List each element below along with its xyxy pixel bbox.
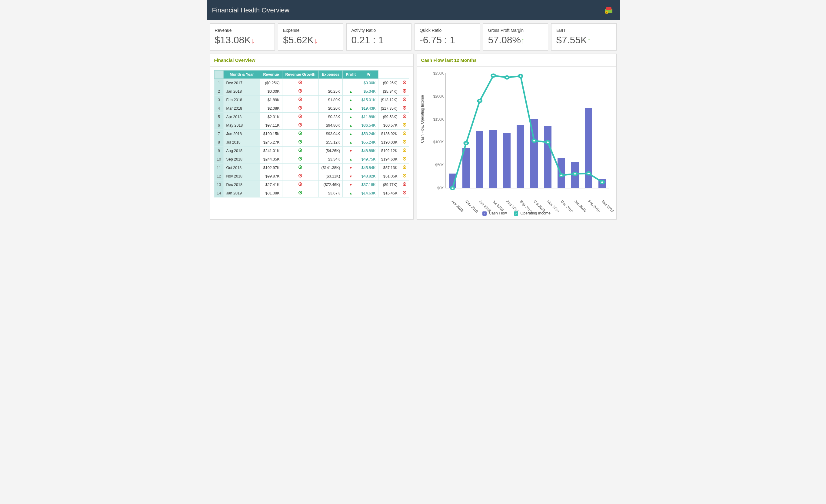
chart-line-point[interactable] xyxy=(491,74,495,77)
page-title: Financial Health Overview xyxy=(212,6,290,14)
cell-profit-indicator xyxy=(400,113,409,121)
col-header[interactable]: Revenue Growth xyxy=(282,71,318,79)
chart-line-point[interactable] xyxy=(587,172,591,175)
table-row[interactable]: 8Jul 2018$245.27K$55.12K▲$55.24K$190.03K xyxy=(214,138,409,146)
cell-revenue-indicator xyxy=(282,172,318,181)
row-number: 7 xyxy=(214,130,224,138)
table-row[interactable]: 9Aug 2018$241.01K($4.26K)▼$48.89K$192.12… xyxy=(214,146,409,155)
table-row[interactable]: 4Mar 2018$2.08K$0.20K▲$19.43K($17.35K) xyxy=(214,104,409,113)
cash-flow-chart[interactable]: Cash Flow, Operating Income $0K$50K$100K… xyxy=(421,70,612,216)
row-number: 11 xyxy=(214,164,224,172)
table-row[interactable]: 2Jan 2018$0.00K$0.25K▲$5.34K($5.34K) xyxy=(214,87,409,96)
cell-profit-indicator xyxy=(400,79,409,87)
cell-profit: $192.12K xyxy=(378,146,400,155)
cell-expenses: $48.82K xyxy=(359,172,378,181)
kpi-card[interactable]: Gross Proft Margin57.08%↑ xyxy=(483,23,548,51)
cell-expenses: $14.63K xyxy=(359,189,378,197)
cell-revenue: $190.15K xyxy=(260,130,282,138)
cell-expenses: $19.43K xyxy=(359,104,378,113)
trend-up-icon: ▲ xyxy=(349,191,352,195)
col-header[interactable]: Pr xyxy=(359,71,378,79)
trend-up-icon: ▲ xyxy=(349,98,352,102)
cell-revenue-indicator xyxy=(282,146,318,155)
table-row[interactable]: 3Feb 2018$1.89K$1.89K▲$15.01K($13.12K) xyxy=(214,96,409,104)
kpi-card[interactable]: Quick Ratio-6.75 : 1 xyxy=(415,23,480,51)
cell-revenue: $31.08K xyxy=(260,189,282,197)
cell-revenue: $2.31K xyxy=(260,113,282,121)
status-green-icon xyxy=(298,157,302,161)
cell-revenue-indicator xyxy=(282,155,318,164)
cell-growth: $1.89K xyxy=(318,96,342,104)
status-red-icon xyxy=(403,191,406,194)
cell-month: Nov 2018 xyxy=(224,172,260,181)
kpi-card[interactable]: EBIT$7.55K↑ xyxy=(551,23,616,51)
cell-month: Dec 2018 xyxy=(224,181,260,189)
kpi-value: -6.75 : 1 xyxy=(420,35,475,45)
cell-revenue-indicator xyxy=(282,121,318,130)
kpi-row: Revenue$13.08K↓Expense$5.62K↓Activity Ra… xyxy=(206,20,620,51)
cell-month: Jun 2018 xyxy=(224,130,260,138)
chart-line[interactable] xyxy=(453,76,602,188)
table-row[interactable]: 1Dec 2017($0.25K)$0.00K($0.25K) xyxy=(214,79,409,87)
y-tick-label: $100K xyxy=(433,140,446,144)
kpi-card[interactable]: Expense$5.62K↓ xyxy=(278,23,343,51)
kpi-card[interactable]: Activity Ratio0.21 : 1 xyxy=(346,23,412,51)
row-number: 3 xyxy=(214,96,224,104)
table-row[interactable]: 14Jan 2019$31.08K$3.67K▲$14.63K$16.45K xyxy=(214,189,409,197)
chart-line-point[interactable] xyxy=(464,142,468,144)
kpi-card[interactable]: Revenue$13.08K↓ xyxy=(210,23,275,51)
table-row[interactable]: 12Nov 2018$99.87K($3.11K)▼$48.82K$51.05K xyxy=(214,172,409,181)
trend-down-icon: ▼ xyxy=(349,175,352,178)
status-yellow-icon xyxy=(403,123,406,127)
chart-line-point[interactable] xyxy=(559,174,563,177)
col-header[interactable]: Profit xyxy=(343,71,359,79)
y-tick-label: $250K xyxy=(433,71,446,75)
col-rownum[interactable] xyxy=(214,71,224,79)
svg-rect-1 xyxy=(606,7,611,10)
col-header[interactable]: Revenue xyxy=(260,71,282,79)
cell-profit-indicator xyxy=(400,181,409,189)
status-yellow-icon xyxy=(403,140,406,143)
table-row[interactable]: 10Sep 2018$244.35K$3.34K▲$49.75K$194.60K xyxy=(214,155,409,164)
col-header[interactable]: Expenses xyxy=(318,71,342,79)
cell-expenses: $0.00K xyxy=(359,79,378,87)
chart-line-point[interactable] xyxy=(505,76,509,79)
cell-profit: ($9.77K) xyxy=(378,181,400,189)
chart-line-point[interactable] xyxy=(519,75,522,77)
cell-growth-indicator: ▲ xyxy=(343,121,359,130)
cell-revenue: $1.89K xyxy=(260,96,282,104)
x-tick-label: Apr 2018 xyxy=(451,199,464,212)
row-number: 2 xyxy=(214,87,224,96)
chart-line-point[interactable] xyxy=(573,172,577,175)
chart-line-point[interactable] xyxy=(546,141,550,143)
table-row[interactable]: 11Oct 2018$102.97K($141.38K)▼$45.84K$57.… xyxy=(214,164,409,172)
status-red-icon xyxy=(298,89,302,93)
table-row[interactable]: 6May 2018$97.11K$94.80K▲$36.54K$60.57K xyxy=(214,121,409,130)
table-row[interactable]: 13Dec 2018$27.41K($72.46K)▼$37.18K($9.77… xyxy=(214,181,409,189)
cell-growth: ($141.38K) xyxy=(318,164,342,172)
chart-line-point[interactable] xyxy=(478,99,481,102)
financial-overview-table[interactable]: Month & YearRevenueRevenue GrowthExpense… xyxy=(214,70,409,197)
kpi-label: EBIT xyxy=(556,28,611,33)
table-row[interactable]: 5Apr 2018$2.31K$0.23K▲$11.89K($9.58K) xyxy=(214,113,409,121)
kpi-value: 0.21 : 1 xyxy=(352,35,407,45)
cell-growth xyxy=(318,79,342,87)
cell-profit-indicator xyxy=(400,121,409,130)
cell-month: Oct 2018 xyxy=(224,164,260,172)
chart-line-point[interactable] xyxy=(600,181,604,184)
status-red-icon xyxy=(298,182,302,186)
chart-line-point[interactable] xyxy=(532,139,536,142)
col-header[interactable]: Month & Year xyxy=(224,71,260,79)
cell-month: Jul 2018 xyxy=(224,138,260,146)
y-tick-label: $50K xyxy=(435,163,446,167)
cell-revenue: $245.27K xyxy=(260,138,282,146)
status-red-icon xyxy=(403,98,406,101)
cell-growth-indicator: ▲ xyxy=(343,138,359,146)
cell-profit: $190.03K xyxy=(378,138,400,146)
status-red-icon xyxy=(298,106,302,110)
table-row[interactable]: 7Jun 2018$190.15K$93.04K▲$53.24K$136.92K xyxy=(214,130,409,138)
kpi-label: Activity Ratio xyxy=(352,28,407,33)
cell-profit-indicator xyxy=(400,155,409,164)
cell-growth-indicator: ▲ xyxy=(343,130,359,138)
status-yellow-icon xyxy=(403,157,406,161)
